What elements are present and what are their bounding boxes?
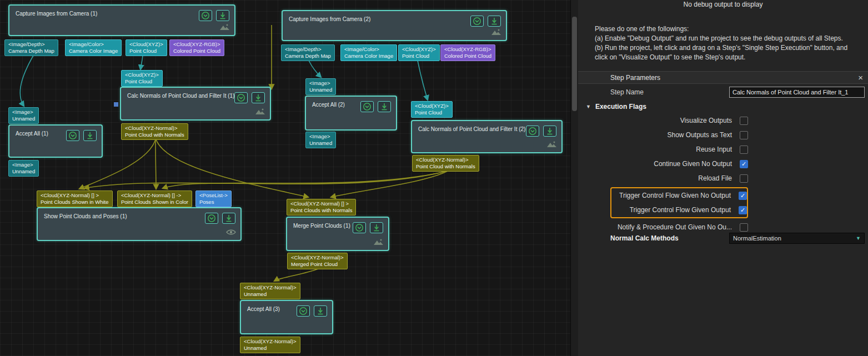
execution-flags-label: Execution Flags <box>595 103 646 111</box>
port-camera-depth-map[interactable]: <Image/Depth>Camera Depth Map <box>4 39 58 56</box>
edge-connection <box>155 139 156 189</box>
node-capture-camera-2[interactable]: Capture Images from Camera (2) <box>282 10 507 41</box>
port-unnamed[interactable]: <Cloud(XYZ-Normal)>Unnamed <box>240 283 300 299</box>
flag-row-reload-file: Reload File <box>610 171 748 185</box>
canvas-vertical-scrollbar[interactable] <box>570 0 578 356</box>
edge-connection <box>418 61 428 100</box>
node-buttons <box>66 130 97 141</box>
step-menu-button[interactable] <box>199 10 212 21</box>
port-unnamed[interactable]: <Image>Unnamed <box>8 160 39 177</box>
port-point-cloud-with-normals[interactable]: <Cloud(XYZ-Normal)>Point Cloud with Norm… <box>412 155 479 172</box>
port-name: Point Cloud <box>129 48 163 54</box>
port-type: <Image/Color> <box>344 46 393 53</box>
close-icon[interactable]: × <box>858 73 863 83</box>
step-parameters-title: Step Parameters <box>610 74 660 82</box>
single-step-execution-button[interactable] <box>83 130 97 141</box>
port-poses[interactable]: <PoseList->Poses <box>195 190 232 207</box>
checkbox-continue-given-no-output[interactable]: ✓ <box>740 160 748 168</box>
step-name-row: Step Name <box>578 86 868 98</box>
chevron-down-icon: ▼ <box>856 235 861 241</box>
single-step-execution-button[interactable] <box>378 101 391 112</box>
port-merged-point-cloud[interactable]: <Cloud(XYZ-Normal)>Merged Point Cloud <box>287 253 348 269</box>
debug-instructions: Please do one of the followings: (a) Ena… <box>595 24 860 62</box>
dropdown-value: NormalEstimation <box>733 235 781 242</box>
node-show-point-clouds-1[interactable]: Show Point Clouds and Poses (1) <box>37 207 242 241</box>
port-point-cloud-with-normals[interactable]: <Cloud(XYZ-Normal)>Point Cloud with Norm… <box>121 123 188 140</box>
port-name: Unnamed <box>244 345 297 352</box>
step-menu-button[interactable] <box>470 16 484 27</box>
port-name: Point Clouds with Normals <box>290 207 352 214</box>
single-step-execution-button[interactable] <box>216 10 229 21</box>
port-type: <Image/Depth> <box>8 41 54 48</box>
step-parameters-header: Step Parameters × <box>578 71 868 84</box>
port-type: <Cloud(XYZ-Normal)> <box>416 157 475 163</box>
port-colored-point-cloud[interactable]: <Cloud(XYZ-RGB)>Colored Point Cloud <box>440 44 495 61</box>
port-name: Unnamed <box>244 291 297 298</box>
port-type: <Cloud(XYZ)> <box>125 72 159 78</box>
checkbox-reuse-input[interactable] <box>740 146 748 154</box>
step-menu-button[interactable] <box>353 222 366 233</box>
port-name: Point Cloud with Normals <box>125 132 184 138</box>
step-menu-button[interactable] <box>66 130 79 141</box>
port-camera-depth-map[interactable]: <Image/Depth>Camera Depth Map <box>281 44 335 61</box>
port-point-cloud[interactable]: <Cloud(XYZ)>Point Cloud <box>121 70 163 87</box>
port-unnamed[interactable]: <Cloud(XYZ-Normal)>Unnamed <box>240 337 300 353</box>
port-colored-point-cloud[interactable]: <Cloud(XYZ-RGB)>Colored Point Cloud <box>169 39 224 56</box>
node-merge-point-clouds-1[interactable]: Merge Point Clouds (1) <box>286 217 389 251</box>
port-camera-color-image[interactable]: <Image/Color>Camera Color Image <box>65 39 122 56</box>
checkbox-show-outputs-as-text[interactable] <box>740 131 748 139</box>
collapse-triangle-icon: ▼ <box>586 104 591 109</box>
node-accept-all-1[interactable]: Accept All (1) <box>8 124 103 158</box>
node-buttons <box>199 10 229 21</box>
flag-label: Visualize Outputs <box>680 117 732 124</box>
port-unnamed[interactable]: <Image>Unnamed <box>305 132 336 148</box>
port-point-clouds-shown-in-color[interactable]: <Cloud(XYZ-Normal) [] ->Point Clouds Sho… <box>117 190 192 207</box>
node-buttons <box>526 126 556 137</box>
node-accept-all-2[interactable]: Accept All (2) <box>305 96 397 131</box>
step-menu-button[interactable] <box>360 101 374 112</box>
node-calc-normals-2[interactable]: Calc Normals of Point Cloud and Filter I… <box>411 120 563 153</box>
port-camera-color-image[interactable]: <Image/Color>Camera Color Image <box>340 44 397 61</box>
single-step-execution-button[interactable] <box>314 305 327 317</box>
port-type: <Cloud(XYZ-RGB)> <box>173 41 220 48</box>
port-name: Point Cloud <box>415 109 449 116</box>
checkbox-reload-file[interactable] <box>740 174 748 183</box>
step-menu-button[interactable] <box>526 126 539 137</box>
checkbox-notify-procedure-out-given-no-ou[interactable] <box>740 223 748 232</box>
eye-icon <box>226 228 236 238</box>
port-point-clouds-shown-in-white[interactable]: <Cloud(XYZ-Normal) [] >Point Clouds Show… <box>37 190 113 207</box>
single-step-execution-button[interactable] <box>543 126 556 137</box>
checkbox-trigger-control-flow-given-no-output[interactable]: ✓ <box>739 192 747 200</box>
port-name: Colored Point Cloud <box>444 53 491 59</box>
port-point-cloud[interactable]: <Cloud(XYZ)>Point Cloud <box>411 101 453 118</box>
port-unnamed[interactable]: <Image>Unnamed <box>305 78 336 95</box>
node-accept-all-3[interactable]: Accept All (3) <box>240 300 333 334</box>
port-unnamed[interactable]: <Image>Unnamed <box>8 107 39 124</box>
edge-connection <box>331 171 448 197</box>
port-point-clouds-with-normals[interactable]: <Cloud(XYZ-Normal) [] >Point Clouds with… <box>287 199 356 215</box>
step-menu-button[interactable] <box>297 305 310 317</box>
single-step-execution-button[interactable] <box>370 222 383 233</box>
step-name-input[interactable] <box>729 87 865 98</box>
single-step-execution-button[interactable] <box>222 213 235 224</box>
port-type: <PoseList-> <box>199 192 228 199</box>
port-point-cloud[interactable]: <Cloud(XYZ)>Point Cloud <box>398 44 440 61</box>
port-name: Point Clouds Shown in Color <box>121 199 188 205</box>
single-step-execution-button[interactable] <box>252 92 265 103</box>
node-capture-camera-1[interactable]: Capture Images from Camera (1) <box>8 4 235 36</box>
execution-flags-section-header[interactable]: ▼ Execution Flags <box>578 102 646 112</box>
execution-flags-list: Visualize OutputsShow Outputs as TextReu… <box>610 113 748 234</box>
port-type: <Cloud(XYZ-Normal) [] -> <box>121 192 188 199</box>
step-menu-button[interactable] <box>205 213 218 224</box>
node-calc-normals-1[interactable]: Calc Normals of Point Cloud and Filter I… <box>120 87 271 121</box>
step-menu-button[interactable] <box>234 92 248 103</box>
scrollbar-thumb[interactable] <box>572 17 577 111</box>
checkbox-visualize-outputs[interactable] <box>740 117 748 125</box>
port-type: <Cloud(XYZ)> <box>402 46 436 53</box>
port-point-cloud[interactable]: <Cloud(XYZ)>Point Cloud <box>126 39 167 56</box>
checkbox-trigger-control-flow-given-output[interactable]: ✓ <box>739 206 747 214</box>
edge-connection <box>141 56 143 69</box>
graph-canvas[interactable]: Capture Images from Camera (1)Capture Im… <box>0 0 578 356</box>
single-step-execution-button[interactable] <box>488 16 501 27</box>
normal-calc-methods-dropdown[interactable]: NormalEstimation ▼ <box>729 233 865 244</box>
